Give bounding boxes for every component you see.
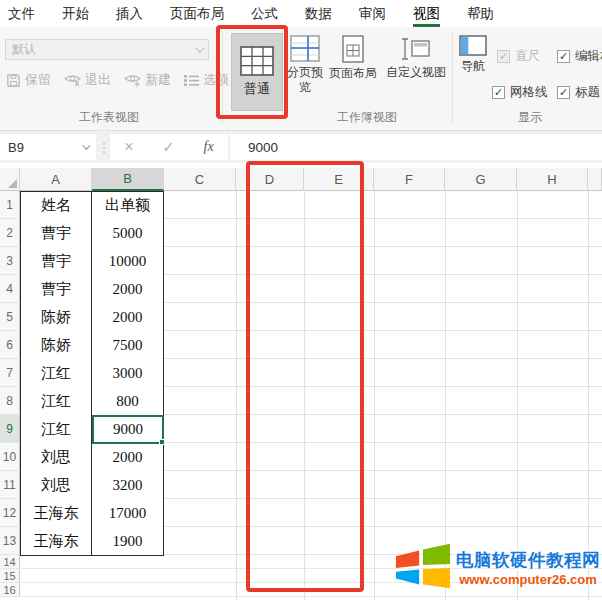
column-header-f[interactable]: F	[374, 168, 445, 191]
normal-view-button[interactable]: 普通	[231, 33, 283, 111]
cell-b9-selected[interactable]: 9000	[92, 415, 164, 444]
page-break-preview-icon	[290, 35, 320, 62]
formula-buttons: × ✓ fx	[110, 134, 228, 160]
tab-insert[interactable]: 插入	[116, 0, 143, 27]
row-header-7[interactable]: 7	[0, 359, 20, 386]
row-header-14[interactable]: 14	[0, 555, 20, 568]
eye-plus-icon	[124, 73, 141, 87]
formula-bar: B9 ⋮ × ✓ fx 9000	[0, 131, 602, 163]
tab-review[interactable]: 审阅	[359, 0, 386, 27]
tab-formulas[interactable]: 公式	[251, 0, 278, 27]
cell-a13[interactable]: 王海东	[20, 527, 92, 556]
watermark-text: 电脑软硬件教程网 www.computer26.com	[456, 548, 600, 587]
row-header-12[interactable]: 12	[0, 499, 20, 526]
column-header-a[interactable]: A	[20, 168, 92, 191]
cell-a12[interactable]: 王海东	[20, 499, 92, 528]
row-header-9[interactable]: 9	[0, 415, 20, 442]
column-header-c[interactable]: C	[164, 168, 236, 191]
column-header-h[interactable]: H	[517, 168, 588, 191]
tab-file[interactable]: 文件	[8, 0, 35, 27]
new-view-button[interactable]: 新建	[124, 71, 171, 89]
column-header-g[interactable]: G	[445, 168, 517, 191]
cell-a2[interactable]: 曹宇	[20, 219, 92, 248]
tab-page-layout[interactable]: 页面布局	[170, 0, 224, 27]
spreadsheet: A B C D E F G H 1 姓名 出单额 2 曹宇 5000	[0, 163, 602, 600]
cell-b13[interactable]: 1900	[92, 527, 164, 556]
cell-a10[interactable]: 刘思	[20, 443, 92, 472]
insert-function-icon[interactable]: fx	[204, 139, 214, 155]
drag-handle-icon: ⋮	[99, 134, 109, 160]
name-box[interactable]: B9	[0, 134, 96, 160]
table-row: 6 陈娇 7500	[0, 331, 602, 359]
row-header-11[interactable]: 11	[0, 471, 20, 498]
cell-a8[interactable]: 江红	[20, 387, 92, 416]
cell-b8[interactable]: 800	[92, 387, 164, 416]
chevron-down-icon	[195, 43, 205, 53]
fill-handle[interactable]	[159, 439, 165, 445]
cell-a11[interactable]: 刘思	[20, 471, 92, 500]
navigation-button[interactable]: 导航	[458, 35, 488, 74]
normal-view-label: 普通	[244, 80, 270, 98]
row-header-16[interactable]: 16	[0, 583, 20, 596]
formula-bar-checkbox[interactable]: ✓ 编辑栏	[557, 48, 602, 65]
row-header-4[interactable]: 4	[0, 275, 20, 302]
sheet-view-dropdown[interactable]: 默认	[5, 39, 209, 60]
page-break-preview-button[interactable]: 分页预览	[287, 35, 323, 95]
row-header-5[interactable]: 5	[0, 303, 20, 330]
custom-views-label: 自定义视图	[386, 65, 446, 80]
cell-a1[interactable]: 姓名	[20, 191, 92, 220]
cell-a6[interactable]: 陈娇	[20, 331, 92, 360]
enter-icon[interactable]: ✓	[162, 138, 175, 156]
row-header-8[interactable]: 8	[0, 387, 20, 414]
page-layout-view-button[interactable]: 页面布局	[326, 35, 380, 81]
cell-a9[interactable]: 江红	[20, 415, 92, 444]
cell-b5[interactable]: 2000	[92, 303, 164, 332]
headings-checkbox[interactable]: ✓ 标题	[557, 84, 600, 101]
tab-home[interactable]: 开始	[62, 0, 89, 27]
row-header-2[interactable]: 2	[0, 219, 20, 246]
row-header-13[interactable]: 13	[0, 527, 20, 554]
cell-a5[interactable]: 陈娇	[20, 303, 92, 332]
cell-b7[interactable]: 3000	[92, 359, 164, 388]
cell-b6[interactable]: 7500	[92, 331, 164, 360]
row-header-6[interactable]: 6	[0, 331, 20, 358]
table-row: 3 曹宇 10000	[0, 247, 602, 275]
headings-label: 标题	[575, 84, 600, 101]
tab-help[interactable]: 帮助	[467, 0, 494, 27]
keep-view-button[interactable]: 保留	[6, 71, 51, 89]
cell-b1[interactable]: 出单额	[92, 191, 164, 220]
exit-view-button[interactable]: 退出	[64, 71, 111, 89]
custom-views-button[interactable]: 自定义视图	[384, 35, 448, 80]
cell-b10[interactable]: 2000	[92, 443, 164, 472]
tab-data[interactable]: 数据	[305, 0, 332, 27]
select-all-corner[interactable]	[0, 168, 20, 191]
sheet-view-buttons: 保留 退出 新建 选项	[6, 71, 229, 89]
cell-a3[interactable]: 曹宇	[20, 247, 92, 276]
column-header-b[interactable]: B	[92, 168, 164, 191]
checkbox-checked-icon: ✓	[557, 86, 570, 99]
row-header-3[interactable]: 3	[0, 247, 20, 274]
table-row-selected: 9 江红 9000	[0, 415, 602, 443]
tab-view[interactable]: 视图	[413, 0, 440, 27]
cell-b2[interactable]: 5000	[92, 219, 164, 248]
checkbox-checked-icon: ✓	[497, 50, 510, 63]
row-header-10[interactable]: 10	[0, 443, 20, 470]
cell-b4[interactable]: 2000	[92, 275, 164, 304]
column-header-e[interactable]: E	[304, 168, 374, 191]
cell-a4[interactable]: 曹宇	[20, 275, 92, 304]
cancel-icon[interactable]: ×	[124, 138, 133, 156]
row-header-15[interactable]: 15	[0, 569, 20, 582]
watermark-site-name: 电脑软硬件教程网	[456, 548, 600, 572]
table-row: 2 曹宇 5000	[0, 219, 602, 247]
cell-b12[interactable]: 17000	[92, 499, 164, 528]
watermark: 电脑软硬件教程网 www.computer26.com	[394, 541, 602, 593]
formula-input[interactable]: 9000	[230, 134, 602, 160]
gridlines-checkbox[interactable]: ✓ 网格线	[492, 84, 548, 101]
column-header-d[interactable]: D	[236, 168, 304, 191]
ribbon: 默认 保留 退出 新建 选项 工作表视图 普通	[0, 27, 602, 131]
cell-b3[interactable]: 10000	[92, 247, 164, 276]
cell-a7[interactable]: 江红	[20, 359, 92, 388]
row-header-1[interactable]: 1	[0, 191, 20, 218]
cell-b11[interactable]: 3200	[92, 471, 164, 500]
display-group-label: 显示	[458, 109, 602, 126]
